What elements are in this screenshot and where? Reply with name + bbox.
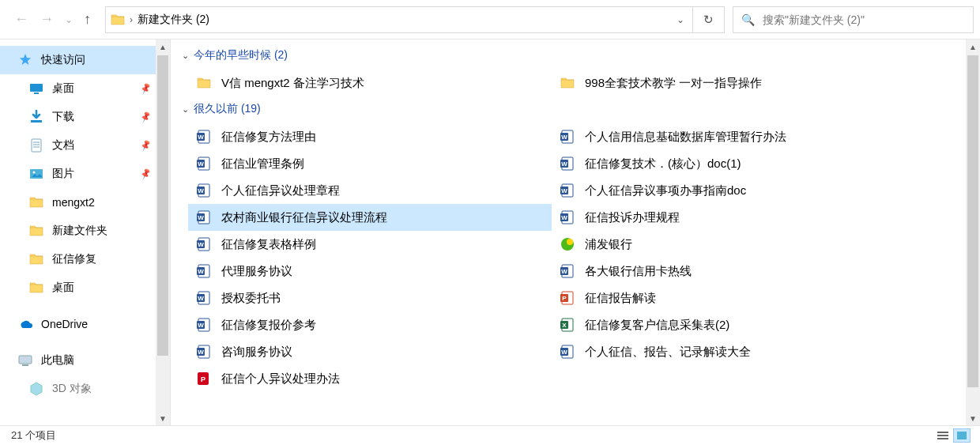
word-icon <box>560 344 575 360</box>
list-item[interactable]: 征信报告解读 <box>552 285 915 311</box>
nav-forward-icon[interactable]: → <box>40 11 54 28</box>
file-list-pane: ⌄ 今年的早些时候 (2) V信 mengxt2 备注学习技术 998全套技术教… <box>171 40 980 425</box>
scroll-thumb[interactable] <box>157 55 168 356</box>
word-icon <box>196 344 212 360</box>
group-label: 今年的早些时候 (2) <box>194 48 288 62</box>
folder-icon <box>28 224 44 238</box>
list-item[interactable]: 授权委托书 <box>188 285 552 311</box>
nav-recent-icon[interactable]: ⌄ <box>65 14 73 25</box>
sidebar-item-pictures[interactable]: 图片 📌 <box>0 160 170 188</box>
pin-icon: 📌 <box>138 138 153 152</box>
sidebar-quick-access[interactable]: 快速访问 <box>0 46 170 74</box>
sidebar-item-documents[interactable]: 文档 📌 <box>0 131 170 160</box>
list-item[interactable]: 征信修复报价参考 <box>188 311 552 338</box>
excel-icon <box>560 317 575 333</box>
pictures-icon <box>28 167 44 181</box>
file-name: 998全套技术教学 一对一指导操作 <box>585 76 762 91</box>
word-icon <box>560 129 575 145</box>
sidebar-item-folder[interactable]: 征信修复 <box>0 245 170 273</box>
list-item[interactable]: 浦发银行 <box>552 231 915 258</box>
svg-rect-26 <box>937 438 948 439</box>
pin-icon: 📌 <box>138 81 153 95</box>
word-icon <box>196 209 212 225</box>
search-box[interactable]: 🔍 <box>733 6 974 33</box>
list-item[interactable]: 咨询服务协议 <box>188 338 552 365</box>
sidebar-item-label: mengxt2 <box>52 196 95 209</box>
list-item[interactable]: 农村商业银行征信异议处理流程 <box>188 204 552 231</box>
file-name: 个人信用信息基础数据库管理暂行办法 <box>585 130 786 145</box>
file-name: 征信个人异议处理办法 <box>221 371 340 387</box>
sidebar-item-desktop[interactable]: 桌面 📌 <box>0 74 170 103</box>
sidebar-this-pc[interactable]: 此电脑 <box>0 346 170 375</box>
file-name: 农村商业银行征信异议处理流程 <box>221 210 387 225</box>
chevron-right-icon[interactable]: › <box>130 14 133 25</box>
sidebar-item-downloads[interactable]: 下载 📌 <box>0 103 170 131</box>
address-dropdown-icon[interactable]: ⌄ <box>677 14 684 25</box>
list-item[interactable]: 征信修复客户信息采集表(2) <box>552 311 915 338</box>
list-item[interactable]: 征信修复技术．(核心）doc(1) <box>552 150 915 177</box>
search-input[interactable] <box>763 13 973 26</box>
scroll-down-icon[interactable]: ▼ <box>966 411 980 425</box>
sidebar-item-label: 桌面 <box>52 81 74 96</box>
list-item[interactable]: 各大银行信用卡热线 <box>552 258 915 285</box>
cube-icon <box>28 382 44 396</box>
star-icon <box>17 53 33 67</box>
group-header-earlier-this-year[interactable]: ⌄ 今年的早些时候 (2) <box>171 46 980 65</box>
sidebar-scrollbar[interactable]: ▲ ▼ <box>156 40 170 425</box>
file-name: 各大银行信用卡热线 <box>585 264 692 279</box>
folder-icon <box>28 252 44 266</box>
word-icon <box>560 183 575 198</box>
list-item[interactable]: 征信业管理条例 <box>188 150 552 177</box>
scroll-up-icon[interactable]: ▲ <box>966 40 980 54</box>
sidebar-item-folder[interactable]: mengxt2 <box>0 188 170 217</box>
list-item[interactable]: 个人征信异议事项办事指南doc <box>552 177 915 204</box>
list-item[interactable]: 个人信用信息基础数据库管理暂行办法 <box>552 123 915 150</box>
view-details-button[interactable] <box>934 428 952 443</box>
word-icon <box>196 236 212 252</box>
sidebar-item-folder[interactable]: 新建文件夹 <box>0 217 170 245</box>
file-name: 授权委托书 <box>221 291 281 306</box>
file-name: 个人征信异议事项办事指南doc <box>585 183 746 198</box>
search-icon: 🔍 <box>741 13 755 26</box>
nav-back-icon[interactable]: ← <box>14 11 28 28</box>
file-name: 征信修复客户信息采集表(2) <box>585 318 729 333</box>
list-item[interactable]: 代理服务协议 <box>188 258 552 285</box>
chevron-down-icon: ⌄ <box>182 104 189 115</box>
sidebar-item-folder[interactable]: 桌面 <box>0 273 170 302</box>
file-name: 征信修复报价参考 <box>221 318 316 333</box>
address-bar[interactable]: › 新建文件夹 (2) ⌄ ↻ <box>105 6 725 33</box>
scroll-thumb[interactable] <box>967 55 978 387</box>
scroll-up-icon[interactable]: ▲ <box>156 40 170 54</box>
status-bar: 21 个项目 <box>0 425 980 445</box>
ppt-icon <box>560 290 575 306</box>
folder-icon <box>28 281 44 295</box>
pc-icon <box>17 353 33 368</box>
list-item[interactable]: 征信投诉办理规程 <box>552 204 915 231</box>
list-item[interactable]: 个人征信、报告、记录解读大全 <box>552 338 915 365</box>
sidebar-onedrive[interactable]: OneDrive <box>0 310 170 338</box>
breadcrumb-segment[interactable]: 新建文件夹 (2) <box>138 13 209 27</box>
sidebar-item-label: OneDrive <box>41 318 88 330</box>
refresh-button[interactable]: ↻ <box>692 7 724 32</box>
word-icon <box>196 317 212 333</box>
list-item[interactable]: 征信个人异议处理办法 <box>188 365 552 392</box>
toolbar: ← → ⌄ ↑ › 新建文件夹 (2) ⌄ ↻ 🔍 <box>0 0 980 40</box>
file-name: 征信修复技术．(核心）doc(1) <box>585 157 741 172</box>
list-item[interactable]: 征信修复方法理由 <box>188 123 552 150</box>
word-icon <box>196 129 212 145</box>
word-icon <box>560 263 575 279</box>
sidebar-item-3d[interactable]: 3D 对象 <box>0 375 170 403</box>
view-icons-button[interactable] <box>953 428 971 443</box>
nav-up-icon[interactable]: ↑ <box>84 11 91 28</box>
group-header-long-ago[interactable]: ⌄ 很久以前 (19) <box>171 100 980 119</box>
list-item[interactable]: V信 mengxt2 备注学习技术 <box>188 70 552 96</box>
file-name: 个人征信、报告、记录解读大全 <box>585 345 751 360</box>
folder-icon <box>111 13 125 27</box>
scroll-down-icon[interactable]: ▼ <box>156 411 170 425</box>
list-item[interactable]: 征信修复表格样例 <box>188 231 552 258</box>
360-icon <box>560 236 575 252</box>
list-item[interactable]: 个人征信异议处理章程 <box>188 177 552 204</box>
sidebar-item-label: 快速访问 <box>41 53 85 67</box>
list-item[interactable]: 998全套技术教学 一对一指导操作 <box>552 70 915 96</box>
main-scrollbar[interactable]: ▲ ▼ <box>966 40 980 425</box>
